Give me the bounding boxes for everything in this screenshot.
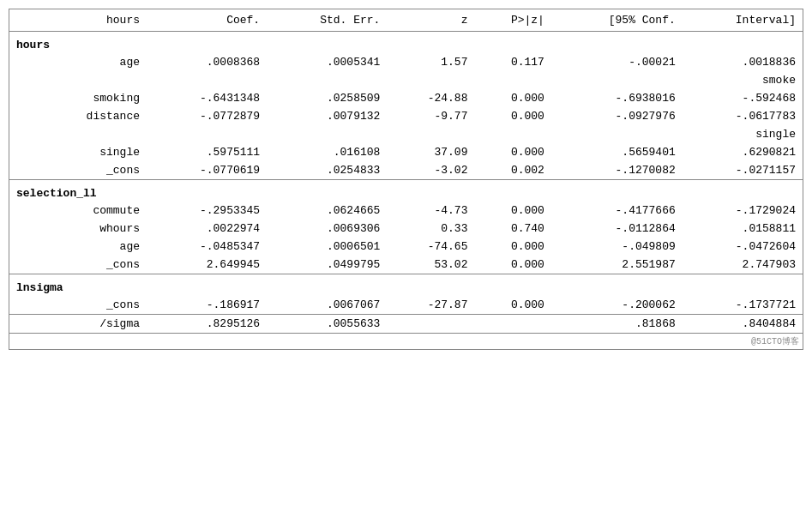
row-z: 37.09 — [387, 143, 474, 161]
section-header-row: lnsigma — [9, 274, 803, 297]
row-p: 0.000 — [474, 89, 550, 107]
section-header-row: hours — [9, 32, 803, 54]
row-coef: -.186917 — [147, 296, 267, 315]
section-label: hours — [9, 32, 803, 54]
row-ci-high: -.0617783 — [683, 107, 803, 125]
sublabel-cell: smoke — [9, 71, 803, 89]
row-z: -74.65 — [387, 238, 474, 256]
row-label: whours — [9, 220, 147, 238]
sigma-coef: .8295126 — [147, 315, 267, 334]
row-p: 0.000 — [474, 107, 550, 125]
col-coef: Coef. — [147, 9, 267, 32]
section-label: lnsigma — [9, 274, 803, 297]
row-ci-low: .5659401 — [551, 143, 683, 161]
sigma-row: /sigma.8295126.0055633.81868.8404884 — [9, 315, 803, 334]
row-coef: -.2953345 — [147, 202, 267, 220]
row-se: .0067067 — [267, 296, 387, 315]
col-se: Std. Err. — [267, 9, 387, 32]
row-label: distance — [9, 107, 147, 125]
row-p: 0.000 — [474, 296, 550, 315]
row-z: -9.77 — [387, 107, 474, 125]
row-coef: 2.649945 — [147, 256, 267, 274]
row-se: .016108 — [267, 143, 387, 161]
row-coef: -.0485347 — [147, 238, 267, 256]
row-z: -3.02 — [387, 161, 474, 180]
row-ci-low: 2.551987 — [551, 256, 683, 274]
row-z: -24.88 — [387, 89, 474, 107]
sigma-se: .0055633 — [267, 315, 387, 334]
section-header-row: selection_ll — [9, 180, 803, 202]
sublabel-row: single — [9, 125, 803, 143]
col-label: hours — [9, 9, 147, 32]
col-ci-low: [95% Conf. — [551, 9, 683, 32]
row-coef: .5975111 — [147, 143, 267, 161]
watermark: @51CTO博客 — [9, 334, 803, 349]
row-ci-low: -.00021 — [551, 53, 683, 71]
row-label: _cons — [9, 256, 147, 274]
row-coef: .0008368 — [147, 53, 267, 71]
row-ci-high: .6290821 — [683, 143, 803, 161]
row-p: 0.000 — [474, 143, 550, 161]
row-ci-low: -.049809 — [551, 238, 683, 256]
sigma-p — [474, 315, 550, 334]
row-label: _cons — [9, 296, 147, 315]
data-row: distance-.0772879.0079132-9.770.000-.092… — [9, 107, 803, 125]
row-coef: -.0772879 — [147, 107, 267, 125]
row-ci-high: .0158811 — [683, 220, 803, 238]
row-ci-high: -.0472604 — [683, 238, 803, 256]
col-p: P>|z| — [474, 9, 550, 32]
row-ci-low: -.4177666 — [551, 202, 683, 220]
row-ci-low: -.0112864 — [551, 220, 683, 238]
section-label: selection_ll — [9, 180, 803, 202]
row-ci-high: -.1729024 — [683, 202, 803, 220]
data-row: smoking-.6431348.0258509-24.880.000-.693… — [9, 89, 803, 107]
row-coef: .0022974 — [147, 220, 267, 238]
row-p: 0.002 — [474, 161, 550, 180]
row-se: .0069306 — [267, 220, 387, 238]
row-se: .0079132 — [267, 107, 387, 125]
row-label: age — [9, 53, 147, 71]
data-row: whours.0022974.00693060.330.740-.0112864… — [9, 220, 803, 238]
row-se: .0624665 — [267, 202, 387, 220]
data-row: _cons-.186917.0067067-27.870.000-.200062… — [9, 296, 803, 315]
sigma-z — [387, 315, 474, 334]
data-row: commute-.2953345.0624665-4.730.000-.4177… — [9, 202, 803, 220]
row-ci-high: -.592468 — [683, 89, 803, 107]
row-se: .0006501 — [267, 238, 387, 256]
stats-table-container: hours Coef. Std. Err. z P>|z| [95% Conf.… — [9, 9, 803, 350]
row-se: .0258509 — [267, 89, 387, 107]
data-row: age-.0485347.0006501-74.650.000-.049809-… — [9, 238, 803, 256]
col-ci-high: Interval] — [683, 9, 803, 32]
data-row: _cons-.0770619.0254833-3.020.002-.127008… — [9, 161, 803, 180]
row-z: -4.73 — [387, 202, 474, 220]
row-p: 0.117 — [474, 53, 550, 71]
row-label: single — [9, 143, 147, 161]
sublabel-cell: single — [9, 125, 803, 143]
row-p: 0.000 — [474, 202, 550, 220]
row-coef: -.0770619 — [147, 161, 267, 180]
row-ci-high: .0018836 — [683, 53, 803, 71]
row-se: .0499795 — [267, 256, 387, 274]
row-z: -27.87 — [387, 296, 474, 315]
row-p: 0.000 — [474, 238, 550, 256]
row-label: commute — [9, 202, 147, 220]
row-ci-high: -.1737721 — [683, 296, 803, 315]
row-ci-low: -.0927976 — [551, 107, 683, 125]
header-row: hours Coef. Std. Err. z P>|z| [95% Conf.… — [9, 9, 803, 32]
row-ci-low: -.200062 — [551, 296, 683, 315]
sigma-ci-low: .81868 — [551, 315, 683, 334]
row-label: smoking — [9, 89, 147, 107]
row-label: age — [9, 238, 147, 256]
row-label: _cons — [9, 161, 147, 180]
data-row: single.5975111.01610837.090.000.5659401.… — [9, 143, 803, 161]
row-coef: -.6431348 — [147, 89, 267, 107]
data-row: age.0008368.00053411.570.117-.00021.0018… — [9, 53, 803, 71]
data-row: _cons2.649945.049979553.020.0002.5519872… — [9, 256, 803, 274]
row-ci-high: -.0271157 — [683, 161, 803, 180]
row-z: 0.33 — [387, 220, 474, 238]
row-z: 1.57 — [387, 53, 474, 71]
row-ci-high: 2.747903 — [683, 256, 803, 274]
row-p: 0.000 — [474, 256, 550, 274]
row-p: 0.740 — [474, 220, 550, 238]
col-z: z — [387, 9, 474, 32]
